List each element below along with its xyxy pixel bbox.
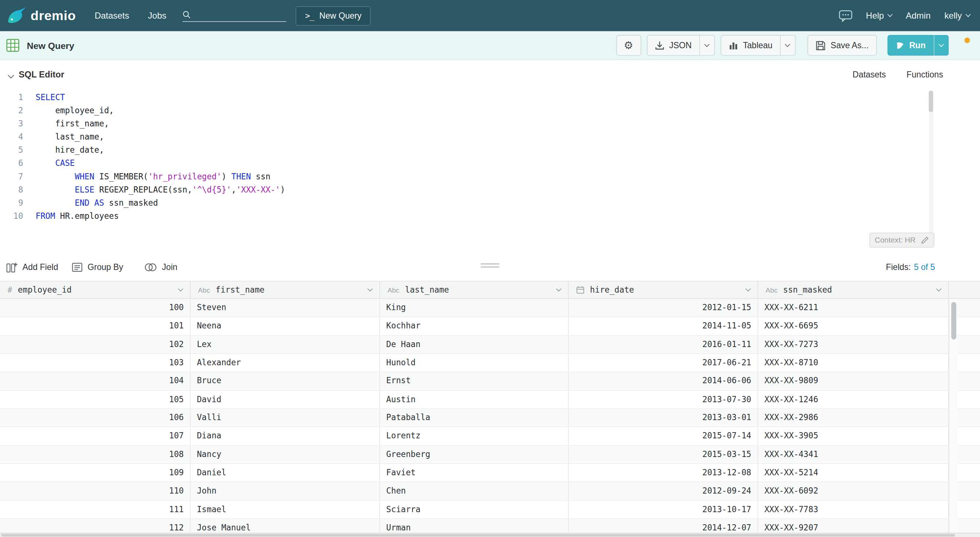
table-row[interactable]: 111IsmaelSciarra2013-10-17XXX-XX-7783 [0,501,980,519]
table-row[interactable]: 112Jose ManuelUrman2014-12-07XXX-XX-9207 [0,519,980,532]
join-button[interactable]: Join [145,262,177,272]
code-line[interactable]: 8 ELSE REGEXP_REPLACE(ssn,'^\d{5}','XXX-… [0,183,980,196]
column-header-first_name[interactable]: Abcfirst_name [191,281,380,298]
brand-wordmark: dremio [31,8,76,23]
cell-employee_id: 102 [0,336,191,354]
editor-scrollbar[interactable] [929,91,933,247]
run-dropdown[interactable] [934,35,948,56]
column-header-employee_id[interactable]: #employee_id [0,281,191,298]
column-menu-chevron-icon[interactable] [368,286,373,292]
cell-first_name: Nancy [191,446,380,464]
table-row[interactable]: 102LexDe Haan2016-01-11XXX-XX-7273 [0,336,980,354]
context-label: Context: HR [875,236,916,244]
table-row[interactable]: 100StevenKing2012-01-15XXX-XX-6211 [0,299,980,317]
cell-last_name: Hunold [380,354,569,372]
cell-first_name: Daniel [191,464,380,482]
group-by-button[interactable]: Group By [72,261,123,272]
dremio-logo[interactable]: dremio [6,7,76,24]
line-number: 5 [0,143,28,157]
cell-employee_id: 104 [0,372,191,390]
horizontal-scrollbar-thumb[interactable] [1,534,955,537]
json-label: JSON [669,41,692,50]
code-line[interactable]: 9 END AS ssn_masked [0,196,980,209]
sql-editor[interactable]: 1SELECT2 employee_id,3 first_name,4 last… [0,89,980,253]
cell-hire_date: 2013-10-17 [569,501,758,519]
table-row[interactable]: 101NeenaKochhar2014-11-05XXX-XX-6695 [0,317,980,335]
column-menu-chevron-icon[interactable] [746,286,751,292]
code-line[interactable]: 2 employee_id, [0,104,980,117]
code-line[interactable]: 7 WHEN IS_MEMBER('hr_privileged') THEN s… [0,170,980,183]
nav-datasets[interactable]: Datasets [95,11,129,21]
code-line[interactable]: 10FROM HR.employees [0,209,980,223]
grid-vertical-scrollbar[interactable] [948,299,957,532]
cell-first_name: Bruce [191,372,380,390]
editor-scrollbar-thumb[interactable] [929,91,933,112]
cell-employee_id: 108 [0,446,191,464]
group-by-label: Group By [88,262,123,272]
cell-ssn_masked: XXX-XX-4341 [758,446,948,464]
export-json-button[interactable]: JSON [647,35,700,56]
collapse-chevron-icon[interactable] [8,72,14,78]
fields-count-value: 5 of 5 [914,262,935,272]
table-row[interactable]: 108NancyGreenberg2015-03-15XXX-XX-4341 [0,446,980,464]
sql-code[interactable]: 1SELECT2 employee_id,3 first_name,4 last… [0,89,980,223]
column-menu-chevron-icon[interactable] [178,286,183,292]
datasets-panel-link[interactable]: Datasets [853,70,886,79]
viewport: dremio Datasets Jobs >_ New Query [0,0,980,537]
table-row[interactable]: 103AlexanderHunold2017-06-21XXX-XX-8710 [0,354,980,372]
add-field-button[interactable]: Add Field [6,261,58,272]
cell-employee_id: 103 [0,354,191,372]
fields-count-label: Fields: [886,262,911,272]
column-header-ssn_masked[interactable]: Abcssn_masked [758,281,948,298]
feedback-chat-icon[interactable] [838,10,852,22]
export-json-dropdown[interactable] [700,35,715,56]
sql-editor-title: SQL Editor [19,69,64,79]
code-line[interactable]: 1SELECT [0,91,980,104]
table-row[interactable]: 107DianaLorentz2015-07-14XXX-XX-3905 [0,427,980,446]
add-field-icon [6,261,18,272]
code-line[interactable]: 3 first_name, [0,117,980,130]
save-as-button[interactable]: Save As... [807,35,877,56]
cell-ssn_masked: XXX-XX-3905 [758,427,948,445]
column-name: ssn_masked [783,285,832,295]
column-header-hire_date[interactable]: hire_date [569,281,758,298]
global-search[interactable] [183,10,286,22]
tableau-button[interactable]: Tableau [721,35,781,56]
chevron-down-icon [939,41,944,47]
table-row[interactable]: 105DavidAustin2013-07-30XXX-XX-1246 [0,390,980,409]
column-menu-chevron-icon[interactable] [556,286,562,292]
run-button[interactable]: Run [887,35,934,56]
panel-resize-handle[interactable] [480,263,499,269]
functions-panel-link[interactable]: Functions [907,70,943,79]
code-line[interactable]: 6 CASE [0,157,980,170]
new-query-nav-button[interactable]: >_ New Query [296,6,371,25]
horizontal-scrollbar[interactable] [0,532,980,537]
table-row[interactable]: 109DanielFaviet2013-12-08XXX-XX-5214 [0,464,980,482]
cell-ssn_masked: XXX-XX-6092 [758,482,948,500]
dremio-app: dremio Datasets Jobs >_ New Query [0,0,980,537]
fields-count: Fields:5 of 5 [886,262,935,272]
column-header-last_name[interactable]: Abclast_name [380,281,569,298]
tableau-dropdown[interactable] [781,35,795,56]
text-type-icon: Abc [198,286,210,294]
code-line[interactable]: 4 last_name, [0,131,980,143]
cell-hire_date: 2015-03-15 [569,446,758,464]
settings-button[interactable]: ⚙ [616,35,641,56]
navbar-right: Help Admin kelly [838,10,970,22]
admin-link[interactable]: Admin [906,11,931,21]
context-chip[interactable]: Context: HR [869,233,934,248]
table-row[interactable]: 106ValliPataballa2013-03-01XXX-XX-2986 [0,409,980,427]
code-line[interactable]: 5 hire_date, [0,143,980,157]
fields-toolbar: Add Field Group By Join Fields:5 of 5 [0,253,980,280]
help-menu[interactable]: Help [866,11,892,21]
column-menu-chevron-icon[interactable] [936,286,942,292]
cell-hire_date: 2016-01-11 [569,336,758,354]
grid-scrollbar-thumb[interactable] [951,302,956,340]
search-input[interactable] [195,10,286,19]
table-row[interactable]: 110JohnChen2012-09-24XXX-XX-6092 [0,482,980,500]
table-row[interactable]: 104BruceErnst2014-06-06XXX-XX-9809 [0,372,980,390]
user-menu[interactable]: kelly [944,11,970,21]
nav-jobs[interactable]: Jobs [148,11,167,21]
line-number: 6 [0,157,28,170]
line-number: 7 [0,170,28,183]
